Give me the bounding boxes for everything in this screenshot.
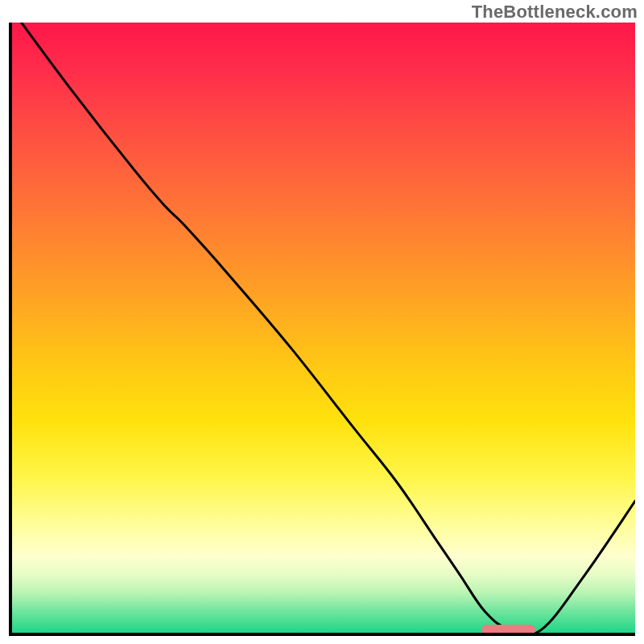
plot-outer <box>9 23 635 636</box>
chart-frame: TheBottleneck.com <box>0 0 644 644</box>
bottleneck-curve <box>9 23 635 636</box>
watermark-text: TheBottleneck.com <box>472 2 638 23</box>
curve-path <box>22 23 635 635</box>
optimal-zone-marker <box>481 625 535 635</box>
